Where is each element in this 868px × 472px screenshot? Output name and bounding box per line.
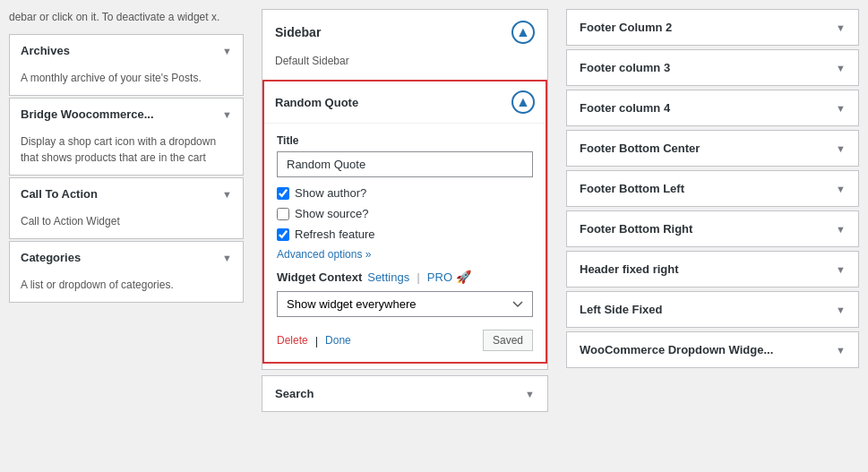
- right-item-label-footer-bottom-center: Footer Bottom Center: [580, 142, 700, 155]
- pipe-separator: |: [417, 270, 420, 284]
- advanced-options-link[interactable]: Advanced options »: [277, 248, 533, 261]
- sidebar-subtitle: Default Sidebar: [262, 55, 547, 74]
- right-item-chevron-footer-column-2: ▼: [836, 22, 846, 33]
- right-item-chevron-footer-bottom-left: ▼: [836, 184, 846, 194]
- intro-text: debar or click on it. To deactivate a wi…: [9, 9, 244, 25]
- widget-chevron-call-to-action: ▼: [222, 189, 232, 200]
- right-item-label-footer-bottom-right: Footer Bottom Right: [580, 222, 692, 236]
- right-item-footer-bottom-center[interactable]: Footer Bottom Center ▼: [566, 130, 859, 167]
- random-quote-title: Random Quote: [275, 96, 358, 109]
- show-source-label: Show source?: [295, 207, 368, 220]
- right-panel: Footer Column 2 ▼ Footer column 3 ▼ Foot…: [557, 0, 868, 472]
- show-author-label: Show author?: [295, 186, 366, 200]
- right-item-footer-column-3[interactable]: Footer column 3 ▼: [566, 49, 859, 86]
- show-author-row: Show author?: [277, 186, 533, 200]
- delete-link[interactable]: Delete: [277, 334, 308, 348]
- random-quote-collapse-button[interactable]: ▲: [511, 90, 535, 114]
- right-item-left-side-fixed[interactable]: Left Side Fixed ▼: [566, 291, 859, 328]
- widget-item-desc-call-to-action: Call to Action Widget: [10, 210, 243, 238]
- random-quote-header[interactable]: Random Quote ▲: [264, 82, 546, 123]
- show-author-checkbox[interactable]: [277, 187, 289, 200]
- done-link[interactable]: Done: [325, 334, 351, 348]
- widget-item-header-archives[interactable]: Archives ▼: [10, 35, 243, 66]
- sidebar-header: Sidebar ▲: [262, 10, 547, 55]
- rocket-icon: 🚀: [456, 270, 471, 284]
- refresh-feature-row: Refresh feature: [277, 227, 533, 241]
- left-widget-categories: Categories ▼ A list or dropdown of categ…: [9, 241, 244, 303]
- widget-item-desc-bridge-woocommerce: Display a shop cart icon with a dropdown…: [10, 130, 243, 175]
- actions-separator: |: [315, 334, 318, 348]
- sidebar-collapse-button[interactable]: ▲: [511, 21, 535, 44]
- title-field-label: Title: [277, 134, 533, 147]
- widget-item-header-call-to-action[interactable]: Call To Action ▼: [10, 178, 243, 210]
- right-item-header-fixed-right[interactable]: Header fixed right ▼: [566, 251, 859, 287]
- right-item-label-footer-bottom-left: Footer Bottom Left: [580, 182, 684, 195]
- random-quote-body: Title Show author? Show source? Refresh …: [264, 123, 546, 362]
- sidebar-title: Sidebar: [275, 25, 321, 39]
- right-item-label-woocommerce-dropdown: WooCommerce Dropdown Widge...: [580, 343, 773, 356]
- right-item-label-header-fixed-right: Header fixed right: [580, 262, 679, 276]
- saved-label: Saved: [483, 330, 533, 351]
- widget-item-label-categories: Categories: [21, 251, 81, 264]
- right-item-chevron-woocommerce-dropdown: ▼: [836, 345, 846, 356]
- right-item-label-footer-column-3: Footer column 3: [580, 61, 670, 74]
- settings-link[interactable]: Settings: [367, 270, 409, 284]
- pro-label: PRO: [427, 270, 452, 284]
- widget-item-header-categories[interactable]: Categories ▼: [10, 242, 243, 273]
- right-item-footer-bottom-right[interactable]: Footer Bottom Right ▼: [566, 210, 859, 247]
- right-item-label-footer-column-2: Footer Column 2: [580, 21, 672, 34]
- widget-actions-left: Delete | Done: [277, 334, 351, 348]
- widget-chevron-archives: ▼: [222, 46, 232, 56]
- left-panel: debar or click on it. To deactivate a wi…: [0, 0, 253, 472]
- random-quote-widget: Random Quote ▲ Title Show author? Show s…: [262, 80, 547, 364]
- left-widget-archives: Archives ▼ A monthly archive of your sit…: [9, 34, 244, 96]
- widget-item-desc-archives: A monthly archive of your site's Posts.: [10, 66, 243, 95]
- widget-item-label-archives: Archives: [21, 44, 70, 57]
- right-item-chevron-left-side-fixed: ▼: [836, 305, 846, 315]
- search-section: Search ▼: [262, 375, 548, 412]
- search-chevron-icon: ▼: [525, 389, 535, 399]
- widget-item-label-bridge-woocommerce: Bridge Woocommerce...: [21, 107, 154, 121]
- widget-chevron-bridge-woocommerce: ▼: [222, 109, 232, 120]
- widget-item-header-bridge-woocommerce[interactable]: Bridge Woocommerce... ▼: [10, 99, 243, 130]
- widget-context-dropdown[interactable]: Show widget everywhere: [277, 291, 533, 317]
- right-item-footer-bottom-left[interactable]: Footer Bottom Left ▼: [566, 170, 859, 207]
- widget-item-label-call-to-action: Call To Action: [21, 187, 98, 201]
- widget-actions: Delete | Done Saved: [277, 330, 533, 351]
- right-item-footer-column-2[interactable]: Footer Column 2 ▼: [566, 9, 859, 46]
- right-item-label-left-side-fixed: Left Side Fixed: [580, 303, 662, 316]
- sidebar-section: Sidebar ▲ Default Sidebar Random Quote ▲…: [262, 9, 548, 370]
- right-item-footer-column-4[interactable]: Footer column 4 ▼: [566, 90, 859, 126]
- refresh-feature-label: Refresh feature: [295, 227, 375, 241]
- title-field-input[interactable]: [277, 151, 533, 177]
- pro-link[interactable]: PRO 🚀: [427, 270, 471, 284]
- show-source-row: Show source?: [277, 207, 533, 220]
- show-source-checkbox[interactable]: [277, 208, 289, 220]
- refresh-feature-checkbox[interactable]: [277, 228, 289, 241]
- widget-context-row: Widget Context Settings | PRO 🚀: [277, 270, 533, 284]
- widget-context-label: Widget Context: [277, 270, 362, 284]
- right-item-chevron-footer-column-4: ▼: [836, 103, 846, 114]
- right-item-chevron-footer-column-3: ▼: [836, 63, 846, 73]
- left-widget-call-to-action: Call To Action ▼ Call to Action Widget: [9, 177, 244, 239]
- widget-chevron-categories: ▼: [222, 253, 232, 263]
- right-item-chevron-footer-bottom-center: ▼: [836, 143, 846, 154]
- right-item-chevron-header-fixed-right: ▼: [836, 264, 846, 275]
- right-item-label-footer-column-4: Footer column 4: [580, 101, 670, 115]
- widget-item-desc-categories: A list or dropdown of categories.: [10, 273, 243, 302]
- right-item-chevron-footer-bottom-right: ▼: [836, 224, 846, 235]
- left-widget-bridge-woocommerce: Bridge Woocommerce... ▼ Display a shop c…: [9, 98, 244, 176]
- search-header[interactable]: Search ▼: [262, 376, 547, 411]
- middle-panel: Sidebar ▲ Default Sidebar Random Quote ▲…: [253, 0, 557, 472]
- right-item-woocommerce-dropdown[interactable]: WooCommerce Dropdown Widge... ▼: [566, 331, 859, 368]
- search-title: Search: [275, 387, 314, 400]
